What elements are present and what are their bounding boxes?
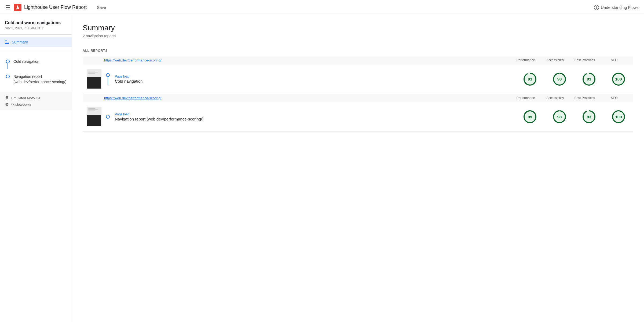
summary-icon-line-1 <box>5 41 7 41</box>
col-accessibility-2: Accessibility <box>540 96 570 100</box>
score-number-best-practices-2: 93 <box>587 115 591 119</box>
report-url-1[interactable]: https://web.dev/performance-scoring/ <box>104 58 511 62</box>
report-header-row-1: https://web.dev/performance-scoring/ Per… <box>83 56 633 65</box>
score-circle-seo-2: 100 <box>611 109 626 124</box>
col-best-practices-2: Best Practices <box>570 96 599 100</box>
score-best-practices-wrap-1: 93 <box>574 72 604 86</box>
summary-label: Summary <box>12 40 28 44</box>
report-info-1: Page load Cold navigation <box>115 75 515 83</box>
score-number-best-practices-1: 93 <box>587 77 591 81</box>
slowdown-icon: ⚙ <box>5 102 9 107</box>
help-icon: ? <box>594 5 599 10</box>
score-seo-wrap-1: 100 <box>604 72 633 86</box>
summary-icon-line-3 <box>5 43 9 44</box>
flow-line-1 <box>108 77 108 85</box>
nav-line-1 <box>8 63 8 69</box>
menu-icon[interactable]: ☰ <box>5 4 10 11</box>
score-circle-performance-1: 93 <box>523 72 537 86</box>
phone-icon: 🖥 <box>5 96 9 100</box>
report-header-row-2: https://web.dev/performance-scoring/ Per… <box>83 94 633 103</box>
thumb-line-2 <box>88 72 98 72</box>
save-button[interactable]: Save <box>95 3 108 11</box>
report-thumbnail-1 <box>87 69 101 89</box>
summary-icon-line-2 <box>5 42 9 42</box>
score-headers-1: Performance Accessibility Best Practices… <box>511 58 629 63</box>
score-performance-wrap-2: 99 <box>515 109 545 124</box>
nav-dot-1 <box>6 60 10 63</box>
score-circle-accessibility-1: 98 <box>552 72 567 86</box>
lighthouse-logo <box>14 4 21 11</box>
score-circle-best-practices-2: 93 <box>582 109 596 124</box>
sidebar-item-summary[interactable]: Summary <box>0 37 72 47</box>
flow-connector-2 <box>105 115 111 119</box>
nav-dot-2 <box>6 75 10 78</box>
score-accessibility-wrap-1: 98 <box>545 72 574 86</box>
nav-dot-container-2 <box>6 75 10 78</box>
sidebar-item-cold-navigation[interactable]: Cold navigation <box>0 56 72 71</box>
report-name-1[interactable]: Cold navigation <box>115 79 142 83</box>
nav-item-label-1: Cold navigation <box>13 59 39 64</box>
col-seo-2: SEO <box>599 96 629 100</box>
page-title: Summary <box>83 24 633 32</box>
score-circle-best-practices-1: 93 <box>582 72 596 86</box>
slowdown-label: 4x slowdown <box>11 103 31 107</box>
device-item-phone: 🖥 Emulated Moto G4 <box>5 96 67 100</box>
score-performance-wrap-1: 93 <box>515 72 545 86</box>
nav-dot-container-1 <box>6 60 10 69</box>
score-circle-performance-2: 99 <box>523 109 537 124</box>
project-date: Nov 3, 2021, 7:00 AM CDT <box>0 26 72 30</box>
nav-item-label-2: Navigation report (web.dev/performance-s… <box>13 74 67 85</box>
report-name-2[interactable]: Navigation report (web.dev/performance-s… <box>115 117 203 121</box>
thumb-line-4 <box>88 108 95 109</box>
app-header: ☰ Lighthouse User Flow Report Save ? Und… <box>0 0 644 15</box>
score-number-seo-1: 100 <box>615 77 622 81</box>
thumb-line-1 <box>88 71 95 71</box>
thumbnail-lines-1 <box>88 71 100 74</box>
report-body-row-2: Page load Navigation report (web.dev/per… <box>83 102 633 131</box>
score-circle-seo-1: 100 <box>611 72 626 86</box>
report-type-1: Page load <box>115 75 515 78</box>
score-number-performance-2: 99 <box>528 115 532 119</box>
summary-icon <box>5 41 9 44</box>
col-best-practices-1: Best Practices <box>570 58 599 63</box>
sidebar-divider-2 <box>0 50 72 50</box>
report-info-2: Page load Navigation report (web.dev/per… <box>115 112 515 121</box>
col-accessibility-1: Accessibility <box>540 58 570 63</box>
sidebar: Cold and warm navigations Nov 3, 2021, 7… <box>0 15 72 322</box>
header-title: Lighthouse User Flow Report <box>24 5 87 10</box>
report-url-2[interactable]: https://web.dev/performance-scoring/ <box>104 96 511 100</box>
sidebar-divider-1 <box>0 34 72 35</box>
sidebar-item-navigation-report[interactable]: Navigation report (web.dev/performance-s… <box>0 71 72 87</box>
score-best-practices-wrap-2: 93 <box>574 109 604 124</box>
flow-connector-1 <box>105 73 111 85</box>
understanding-flows-link[interactable]: ? Understanding Flows <box>594 5 639 10</box>
report-body-row-1: Page load Cold navigation 93 <box>83 65 633 94</box>
flow-dot-2 <box>106 115 110 119</box>
score-number-accessibility-1: 98 <box>557 77 562 81</box>
all-reports-label: ALL REPORTS <box>83 49 633 53</box>
score-accessibility-wrap-2: 98 <box>545 109 574 124</box>
col-performance-2: Performance <box>511 96 540 100</box>
thumb-line-3 <box>88 73 95 74</box>
device-label: Emulated Moto G4 <box>11 96 40 100</box>
nav-section: Cold navigation Navigation report (web.d… <box>0 53 72 89</box>
summary-subtitle: 2 navigation reports <box>83 34 633 38</box>
col-seo-1: SEO <box>599 58 629 63</box>
score-headers-2: Performance Accessibility Best Practices… <box>511 96 629 100</box>
score-number-seo-2: 100 <box>615 115 622 119</box>
main-content: Summary 2 navigation reports ALL REPORTS… <box>72 15 644 322</box>
col-performance-1: Performance <box>511 58 540 63</box>
report-card-1: https://web.dev/performance-scoring/ Per… <box>83 56 633 94</box>
project-title: Cold and warm navigations <box>0 20 72 25</box>
report-type-2: Page load <box>115 112 515 116</box>
score-circle-accessibility-2: 98 <box>552 109 567 124</box>
score-seo-wrap-2: 100 <box>604 109 633 124</box>
scores-row-2: 99 98 <box>515 109 633 124</box>
report-card-2: https://web.dev/performance-scoring/ Per… <box>83 94 633 132</box>
device-info: 🖥 Emulated Moto G4 ⚙ 4x slowdown <box>0 92 72 110</box>
thumb-line-5 <box>88 109 98 110</box>
scores-row-1: 93 98 <box>515 72 633 86</box>
thumbnail-lines-2 <box>88 108 100 112</box>
thumb-line-6 <box>88 111 95 111</box>
device-item-slowdown: ⚙ 4x slowdown <box>5 102 67 107</box>
